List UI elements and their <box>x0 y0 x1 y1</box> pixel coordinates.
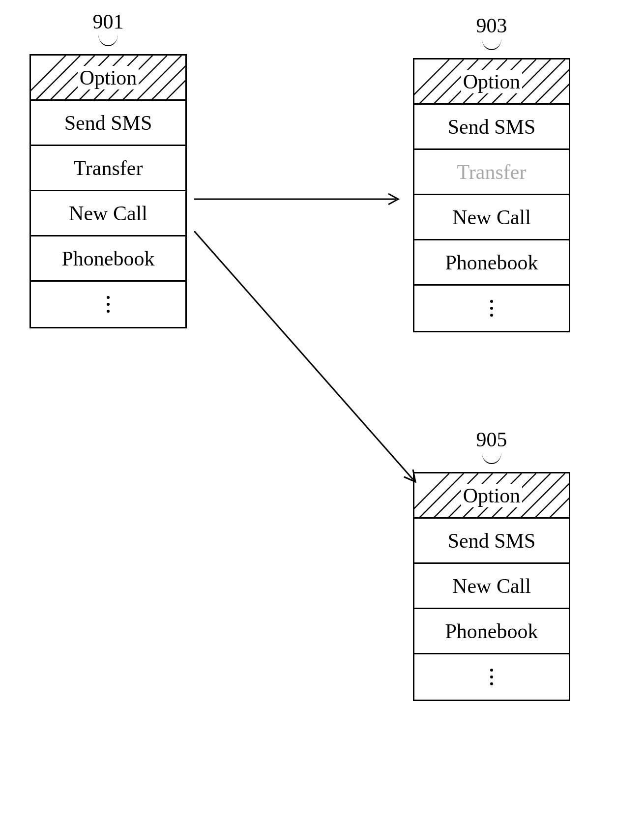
menu-item-more[interactable] <box>414 286 569 331</box>
svg-line-1 <box>36 56 80 100</box>
menu-item-send-sms[interactable]: Send SMS <box>414 105 569 150</box>
svg-line-11 <box>414 59 449 104</box>
menu-903: Option Send SMS Transfer New Call Phoneb… <box>413 58 570 332</box>
svg-line-19 <box>521 59 565 104</box>
menu-item-send-sms[interactable]: Send SMS <box>31 101 185 146</box>
svg-line-20 <box>535 59 569 104</box>
ref-label-905: 905 <box>472 428 511 451</box>
ref-tick-905 <box>482 452 501 464</box>
ref-tick-903 <box>482 38 501 50</box>
svg-line-23 <box>419 473 464 518</box>
header-label: Option <box>78 66 139 89</box>
header-label: Option <box>461 70 523 93</box>
header-label: Option <box>461 484 523 507</box>
menu-item-phonebook[interactable]: Phonebook <box>31 236 185 282</box>
ref-label-903: 903 <box>472 14 511 37</box>
arrow-901-to-905 <box>194 231 425 492</box>
menu-item-phonebook[interactable]: Phonebook <box>414 240 569 286</box>
svg-line-21 <box>550 59 569 104</box>
svg-line-8 <box>137 56 181 100</box>
svg-line-10 <box>166 56 185 100</box>
menu-item-transfer-disabled: Transfer <box>414 150 569 195</box>
ref-tick-901 <box>98 34 118 46</box>
menu-item-phonebook[interactable]: Phonebook <box>414 609 569 654</box>
svg-line-30 <box>521 473 565 518</box>
menu-item-new-call[interactable]: New Call <box>31 191 185 236</box>
svg-line-31 <box>535 473 569 518</box>
menu-header: Option <box>414 59 569 105</box>
svg-line-0 <box>31 56 66 100</box>
menu-905: Option Send SMS New Call Phonebook <box>413 472 570 701</box>
svg-line-32 <box>550 473 569 518</box>
ref-label-901: 901 <box>88 10 128 33</box>
svg-line-9 <box>151 56 185 100</box>
menu-item-more[interactable] <box>31 282 185 327</box>
menu-header: Option <box>31 56 185 101</box>
menu-item-more[interactable] <box>414 654 569 700</box>
menu-header: Option <box>414 473 569 519</box>
menu-item-new-call[interactable]: New Call <box>414 195 569 240</box>
menu-item-new-call[interactable]: New Call <box>414 564 569 609</box>
menu-901: Option Send SMS Transfer New Call Phoneb… <box>29 54 187 328</box>
menu-item-transfer[interactable]: Transfer <box>31 146 185 191</box>
menu-item-send-sms[interactable]: Send SMS <box>414 519 569 564</box>
arrow-901-to-903 <box>194 192 406 206</box>
svg-line-12 <box>419 59 464 104</box>
svg-line-34 <box>194 231 413 479</box>
